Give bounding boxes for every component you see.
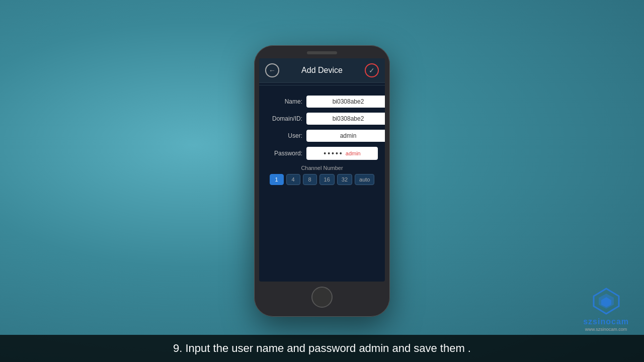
- logo-url: www.szsinocam.com: [585, 327, 627, 332]
- channel-label: Channel Number: [266, 165, 378, 171]
- logo-name: szsinocam: [583, 317, 629, 326]
- phone-speaker: [307, 51, 337, 54]
- channel-section: Channel Number 1 4 8 16 32 auto: [266, 165, 378, 185]
- user-label: User:: [266, 132, 302, 139]
- confirm-button[interactable]: ✓: [365, 63, 379, 77]
- page-title: Add Device: [301, 66, 343, 75]
- password-hint: admin: [346, 150, 361, 156]
- caption-text: 9. Input the user name and password admi…: [173, 342, 471, 354]
- channel-btn-16[interactable]: 16: [319, 174, 335, 185]
- app-header: ← Add Device ✓: [259, 58, 385, 83]
- channel-btn-8[interactable]: 8: [303, 174, 317, 185]
- logo: szsinocam www.szsinocam.com: [583, 286, 629, 332]
- channel-buttons: 1 4 8 16 32 auto: [266, 174, 378, 185]
- header-divider: [259, 85, 385, 85]
- name-row: Name:: [266, 96, 378, 108]
- domain-row: Domain/ID:: [266, 113, 378, 125]
- confirm-icon: ✓: [369, 66, 375, 74]
- add-device-form: Name: Domain/ID: User: Password:: [259, 89, 385, 282]
- name-label: Name:: [266, 98, 302, 105]
- phone-device: ← Add Device ✓ Name: Domain/ID:: [254, 45, 390, 317]
- password-wrapper: ••••• admin: [306, 147, 378, 160]
- domain-input[interactable]: [306, 113, 385, 125]
- scene: ← Add Device ✓ Name: Domain/ID:: [254, 45, 390, 317]
- back-button[interactable]: ←: [265, 63, 279, 77]
- phone-screen: ← Add Device ✓ Name: Domain/ID:: [259, 58, 385, 282]
- home-button[interactable]: [311, 287, 333, 308]
- szsinocam-logo-icon: [591, 286, 621, 316]
- user-row: User:: [266, 130, 378, 142]
- channel-btn-4[interactable]: 4: [286, 174, 300, 185]
- caption-bar: 9. Input the user name and password admi…: [0, 335, 644, 362]
- password-dots: •••••: [324, 149, 344, 157]
- channel-btn-1[interactable]: 1: [270, 174, 284, 185]
- name-input[interactable]: [306, 96, 385, 108]
- channel-btn-32[interactable]: 32: [337, 174, 352, 185]
- password-label: Password:: [266, 150, 302, 157]
- password-row: Password: ••••• admin: [266, 147, 378, 160]
- user-input[interactable]: [306, 130, 385, 142]
- domain-label: Domain/ID:: [266, 115, 302, 122]
- channel-btn-auto[interactable]: auto: [355, 174, 374, 185]
- back-icon: ←: [269, 66, 276, 74]
